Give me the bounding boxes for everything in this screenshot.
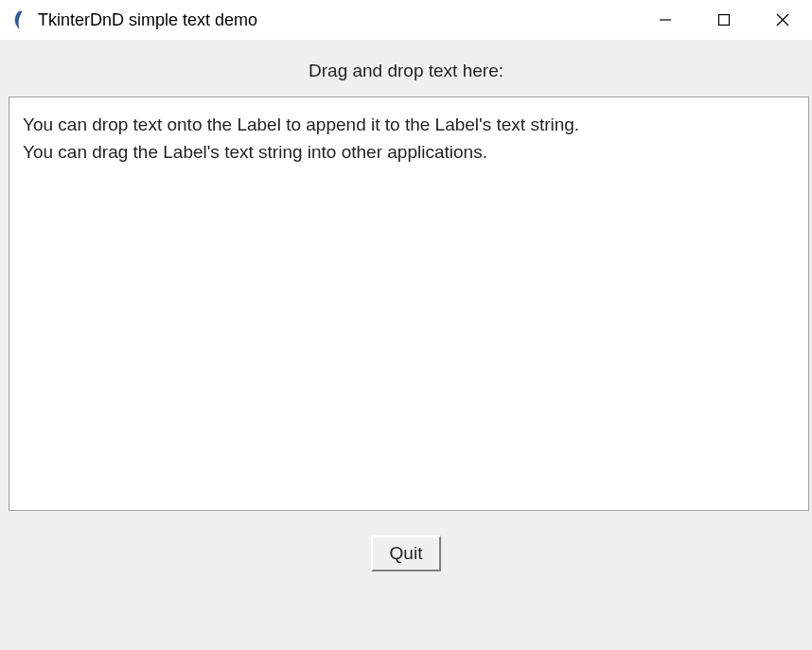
app-icon: [9, 10, 28, 29]
drop-target-label[interactable]: You can drop text onto the Label to appe…: [9, 97, 809, 511]
client-area: Drag and drop text here: You can drop te…: [0, 40, 812, 650]
titlebar: TkinterDnD simple text demo: [0, 0, 812, 40]
svg-rect-1: [719, 15, 730, 26]
window-title: TkinterDnD simple text demo: [38, 10, 636, 30]
minimize-button[interactable]: [636, 0, 695, 40]
window-controls: [636, 0, 812, 40]
quit-button[interactable]: Quit: [371, 536, 442, 571]
button-row: Quit: [0, 536, 812, 571]
instruction-label: Drag and drop text here:: [309, 61, 503, 81]
maximize-button[interactable]: [695, 0, 753, 40]
close-button[interactable]: [753, 0, 812, 40]
